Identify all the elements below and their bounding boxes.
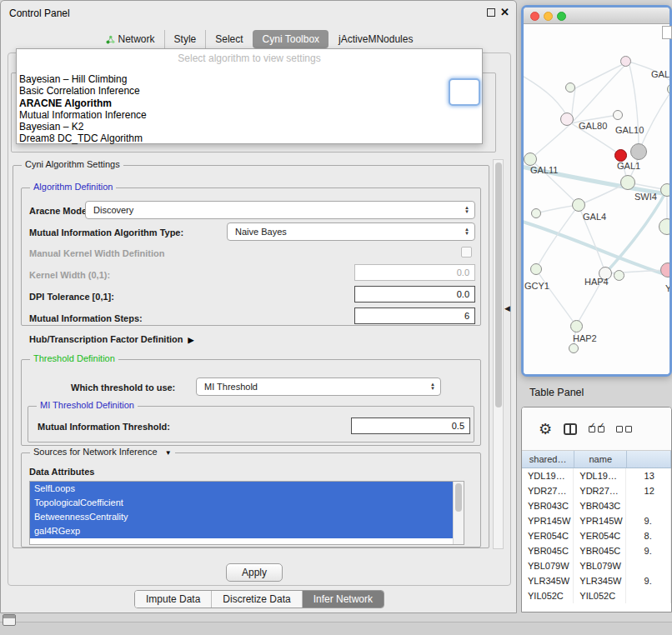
table-cell[interactable]: YDR27… [522, 483, 574, 498]
table-cell[interactable] [626, 588, 671, 603]
network-node-gal1[interactable] [620, 175, 635, 190]
network-node-gal4[interactable] [572, 198, 585, 212]
panel-collapse-handle[interactable]: ◀ [504, 304, 510, 312]
mi-threshold-field[interactable]: 0.5 [351, 418, 470, 434]
algorithm-option-bayesian-hill-climbing[interactable]: Bayesian – Hill Climbing [17, 73, 482, 85]
table-cell[interactable]: YLR345W [522, 573, 574, 588]
network-node[interactable] [614, 149, 627, 162]
tab-network[interactable]: Network [97, 30, 164, 48]
table-cell[interactable]: YDL19… [574, 468, 625, 483]
table-cell[interactable]: YBR045C [522, 543, 574, 558]
network-node[interactable] [614, 270, 624, 281]
tab-select[interactable]: Select [205, 30, 252, 48]
table-cell[interactable]: 8. [626, 528, 671, 543]
mi-algorithm-type-select[interactable]: Naive Bayes [227, 222, 475, 241]
table-cell[interactable]: YDL19… [522, 468, 574, 483]
table-column-header[interactable] [627, 451, 671, 468]
settings-scrollbar[interactable] [493, 159, 504, 549]
table-cell[interactable]: 13 [626, 468, 671, 483]
table-cell[interactable]: YPR145W [522, 513, 574, 528]
table-cell[interactable]: YBL079W [574, 558, 625, 573]
network-scrollbar[interactable] [662, 26, 672, 39]
mi-steps-field[interactable]: 6 [354, 308, 475, 324]
bottom-tab-impute-data[interactable]: Impute Data [135, 591, 211, 608]
table-cell[interactable] [626, 498, 671, 513]
table-cell[interactable]: YER054C [522, 528, 574, 543]
table-row[interactable]: YPR145WYPR145W9. [522, 513, 671, 528]
scrollbar-thumb[interactable] [495, 162, 502, 408]
attribute-item-betweennesscentrality[interactable]: BetweennessCentrality [30, 510, 454, 524]
column-selector-icon[interactable] [564, 423, 577, 435]
table-column-header[interactable]: name [574, 451, 627, 468]
kernel-width-field[interactable]: 0.0 [354, 264, 475, 281]
attribute-item-topologicalcoefficient[interactable]: TopologicalCoefficient [30, 496, 454, 510]
gear-icon[interactable]: ⚙ [539, 422, 552, 437]
table-column-header[interactable]: shared… [522, 451, 574, 468]
aracne-mode-select[interactable]: Discovery [85, 201, 475, 219]
table-cell[interactable] [626, 558, 671, 573]
attributes-scrollbar[interactable] [453, 482, 464, 544]
apply-button[interactable]: Apply [226, 563, 283, 582]
network-canvas[interactable]: GAL80GAL10GAL11GAL1SWI4GAL4GCY1HAP4HAP2G… [524, 24, 669, 374]
network-node-gcy1[interactable] [530, 263, 542, 275]
attribute-item-gal4rgexp[interactable]: gal4RGexp [30, 524, 454, 538]
tab-jactivemnodules[interactable]: jActiveMNodules [328, 30, 422, 48]
scrollbar-thumb[interactable] [455, 483, 462, 512]
network-node[interactable] [620, 56, 631, 67]
minimize-traffic-light[interactable] [544, 12, 553, 21]
table-row[interactable]: YER054CYER054C8. [522, 528, 671, 543]
table-row[interactable]: YDR27…YDR27…12 [522, 483, 671, 498]
tab-style[interactable]: Style [164, 30, 206, 48]
float-window-icon[interactable] [487, 8, 495, 17]
table-row[interactable]: YBL079WYBL079W [522, 558, 671, 573]
bottom-tab-infer-network[interactable]: Infer Network [302, 591, 384, 608]
deselect-all-checkboxes-icon[interactable] [616, 426, 632, 432]
attribute-item-selfloops[interactable]: SelfLoops [30, 482, 454, 496]
table-row[interactable]: YBR045CYBR045C9. [522, 543, 671, 558]
network-node[interactable] [569, 343, 579, 353]
network-node-hap2[interactable] [570, 320, 583, 332]
table-row[interactable]: YLR345WYLR345W9. [522, 573, 671, 588]
algorithm-option-basic-correlation-inference[interactable]: Basic Correlation Inference [17, 85, 482, 97]
table-row[interactable]: YBR043CYBR043C [522, 498, 671, 513]
dpi-tolerance-field[interactable]: 0.0 [354, 286, 475, 302]
network-node[interactable] [531, 208, 541, 218]
table-row[interactable]: YDL19…YDL19…13 [522, 468, 671, 483]
table-cell[interactable]: YER054C [574, 528, 625, 543]
table-cell[interactable]: YPR145W [574, 513, 625, 528]
close-icon[interactable]: ✕ [500, 6, 509, 18]
network-node-swi4[interactable] [660, 183, 669, 197]
bottom-tab-discretize-data[interactable]: Discretize Data [211, 591, 301, 608]
table-cell[interactable]: 9. [626, 513, 671, 528]
table-cell[interactable]: 9. [626, 573, 671, 588]
table-cell[interactable]: YIL052C [574, 588, 625, 603]
table-cell[interactable]: YLR345W [574, 573, 625, 588]
table-cell[interactable]: YBR043C [522, 498, 574, 513]
select-all-checkboxes-icon[interactable] [589, 426, 604, 432]
tab-cyni-toolbox[interactable]: Cyni Toolbox [253, 30, 328, 48]
zoom-traffic-light[interactable] [557, 12, 566, 21]
table-cell[interactable]: YBL079W [522, 558, 574, 573]
network-node-gal10[interactable] [630, 143, 647, 160]
table-cell[interactable]: YDR27… [574, 483, 625, 498]
algorithm-option-dream8-dc-tdc-algorithm[interactable]: Dream8 DC_TDC Algorithm [17, 132, 482, 144]
which-threshold-select[interactable]: MI Threshold [196, 378, 441, 396]
network-node-gal11[interactable] [524, 152, 537, 166]
network-node[interactable] [613, 110, 623, 120]
table-cell[interactable]: YBR043C [574, 498, 625, 513]
table-cell[interactable]: YBR045C [574, 543, 625, 558]
focused-spinner-field[interactable] [449, 78, 480, 106]
hub-section-toggle[interactable]: Hub/Transcription Factor Definition▶ [29, 334, 193, 344]
restore-panel-icon[interactable] [3, 614, 16, 626]
network-node-gal80[interactable] [560, 112, 574, 126]
network-node[interactable] [565, 82, 575, 92]
table-cell[interactable]: 12 [626, 483, 671, 498]
close-traffic-light[interactable] [530, 12, 539, 21]
table-cell[interactable]: YIL052C [522, 588, 574, 603]
algorithm-option-bayesian-k2[interactable]: Bayesian – K2 [17, 121, 482, 132]
algorithm-option-aracne-algorithm[interactable]: ARACNE Algorithm [17, 98, 482, 109]
table-cell[interactable]: 9. [626, 543, 671, 558]
table-row[interactable]: YIL052CYIL052C [522, 588, 671, 603]
manual-kernel-checkbox[interactable] [461, 247, 472, 258]
algorithm-option-mutual-information-inference[interactable]: Mutual Information Inference [17, 109, 482, 121]
